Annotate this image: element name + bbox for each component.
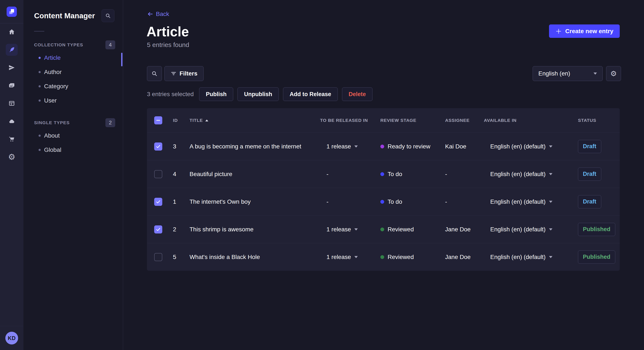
- stage-label: To do: [388, 171, 402, 177]
- locale-select[interactable]: English (en): [532, 66, 603, 81]
- entries-count-text: 5 entries found: [147, 41, 189, 48]
- subnav-item-user[interactable]: User: [24, 93, 123, 108]
- table-row[interactable]: 5What's inside a Black Hole1 releaseRevi…: [147, 243, 620, 271]
- status-cell: Published: [578, 223, 620, 236]
- column-header-title[interactable]: TITLE: [190, 118, 320, 123]
- bulk-actions-bar: 3 entries selected Publish Unpublish Add…: [147, 88, 372, 101]
- release-value: -: [326, 198, 328, 205]
- sidebar-item-content-manager[interactable]: [6, 44, 18, 56]
- subnav-item-label: About: [44, 132, 60, 139]
- row-checkbox[interactable]: [154, 225, 162, 233]
- delete-button[interactable]: Delete: [342, 87, 372, 101]
- collection-types-count-badge: 4: [106, 40, 115, 49]
- subnav-item-global[interactable]: Global: [24, 143, 123, 157]
- subnav-search-button[interactable]: [102, 9, 114, 22]
- row-checkbox[interactable]: [154, 198, 162, 206]
- stage-dot-icon: [380, 200, 384, 204]
- collection-types-list: Article Author Category User: [24, 51, 123, 108]
- gear-icon: ⚙: [8, 153, 15, 161]
- row-checkbox[interactable]: [154, 253, 162, 261]
- filters-button-label: Filters: [180, 70, 198, 77]
- row-checkbox[interactable]: [154, 170, 162, 178]
- sidebar-item-content-type-builder[interactable]: [6, 97, 18, 109]
- locale-dropdown[interactable]: English (en) (default): [484, 171, 578, 177]
- sidebar-item-cloud[interactable]: [6, 115, 18, 127]
- assignee: -: [445, 171, 484, 177]
- column-header-assignee: ASSIGNEE: [445, 118, 484, 123]
- search-icon: [151, 70, 158, 77]
- release-dropdown: -: [320, 198, 380, 205]
- review-stage: Reviewed: [380, 254, 445, 260]
- back-link[interactable]: Back: [147, 11, 169, 17]
- unpublish-button[interactable]: Unpublish: [238, 87, 279, 101]
- checkbox-cell: [147, 198, 173, 206]
- sidebar-item-marketplace[interactable]: [6, 133, 18, 145]
- add-to-release-button[interactable]: Add to Release: [283, 87, 338, 101]
- review-stage: Reviewed: [380, 226, 445, 233]
- assignee: -: [445, 198, 484, 205]
- row-title: What's inside a Black Hole: [190, 254, 320, 260]
- table-row[interactable]: 3A bug is becoming a meme on the interne…: [147, 133, 620, 160]
- locale-dropdown[interactable]: English (en) (default): [484, 198, 578, 205]
- release-dropdown[interactable]: 1 release: [320, 254, 380, 260]
- sidebar-item-home[interactable]: [6, 26, 18, 38]
- column-header-review-stage: REVIEW STAGE: [380, 118, 445, 123]
- row-id: 2: [173, 226, 190, 233]
- row-title: The internet's Own boy: [190, 198, 320, 205]
- bullet-dot-icon: [38, 85, 41, 87]
- bullet-dot-icon: [38, 149, 41, 151]
- filters-button[interactable]: Filters: [164, 66, 204, 81]
- subnav-item-author[interactable]: Author: [24, 65, 123, 79]
- table-row[interactable]: 2This shrimp is awesome1 releaseReviewed…: [147, 215, 620, 243]
- selected-count-text: 3 entries selected: [147, 91, 194, 98]
- status-badge: Draft: [578, 140, 601, 153]
- checkbox-cell: [147, 170, 173, 178]
- select-all-checkbox[interactable]: [154, 116, 162, 124]
- chevron-down-icon: [354, 228, 358, 230]
- row-id: 5: [173, 254, 190, 260]
- chevron-down-icon: [549, 173, 552, 175]
- release-dropdown[interactable]: 1 release: [320, 226, 380, 233]
- locale-dropdown[interactable]: English (en) (default): [484, 226, 578, 233]
- sort-asc-icon: [205, 120, 208, 121]
- sidebar-item-media-library[interactable]: [6, 80, 18, 91]
- search-button[interactable]: [147, 66, 162, 81]
- paper-plane-icon: [8, 64, 15, 71]
- row-title: Beautiful picture: [190, 171, 320, 177]
- subnav-item-about[interactable]: About: [24, 128, 123, 143]
- checkbox-cell: [147, 253, 173, 261]
- filter-icon: [170, 71, 176, 77]
- locale-value: English (en) (default): [490, 226, 546, 233]
- locale-dropdown[interactable]: English (en) (default): [484, 254, 578, 260]
- locale-value: English (en) (default): [490, 171, 546, 177]
- assignee: Jane Doe: [445, 254, 484, 260]
- publish-button[interactable]: Publish: [199, 87, 233, 101]
- strapi-logo[interactable]: [6, 6, 17, 17]
- single-types-count-badge: 2: [106, 118, 115, 127]
- single-types-list: About Global: [24, 128, 123, 157]
- view-settings-button[interactable]: ⚙: [606, 66, 621, 81]
- create-new-entry-button[interactable]: Create new entry: [549, 24, 620, 38]
- sidebar-item-settings[interactable]: ⚙: [6, 151, 18, 163]
- cart-icon: [8, 136, 15, 143]
- gear-icon: ⚙: [610, 70, 617, 77]
- subnav-title: Content Manager: [34, 11, 95, 20]
- table-row[interactable]: 4Beautiful picture-To do-English (en) (d…: [147, 160, 620, 188]
- row-checkbox[interactable]: [154, 143, 162, 151]
- release-value: 1 release: [326, 143, 351, 150]
- locale-dropdown[interactable]: English (en) (default): [484, 143, 578, 150]
- row-id: 4: [173, 171, 190, 177]
- subnav-item-category[interactable]: Category: [24, 79, 123, 93]
- review-stage: To do: [380, 198, 445, 205]
- sidebar-item-releases[interactable]: [6, 62, 18, 74]
- checkbox-cell: [147, 143, 173, 151]
- subnav-item-article[interactable]: Article: [24, 51, 123, 65]
- column-header-status: STATUS: [578, 118, 620, 123]
- table-body: 3A bug is becoming a meme on the interne…: [147, 133, 620, 271]
- release-dropdown[interactable]: 1 release: [320, 143, 380, 150]
- user-avatar[interactable]: KD: [5, 332, 18, 345]
- status-cell: Draft: [578, 168, 620, 181]
- table-row[interactable]: 1The internet's Own boy-To do-English (e…: [147, 188, 620, 215]
- status-cell: Published: [578, 250, 620, 264]
- status-badge: Draft: [578, 168, 601, 181]
